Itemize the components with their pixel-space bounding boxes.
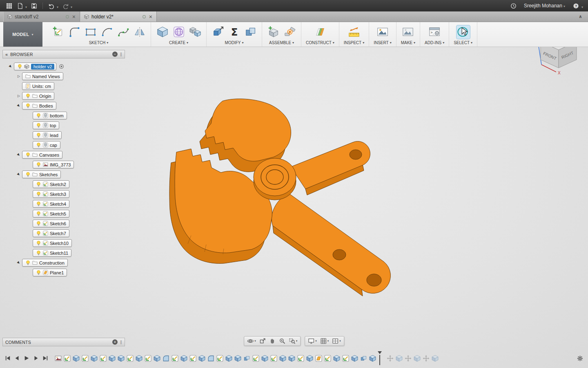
ribbon-dropdown-make[interactable]: MAKE▾ [401,40,415,45]
tree-node[interactable]: Sketch10 [33,239,72,247]
measure-tool-button[interactable] [347,25,361,39]
tree-node[interactable]: cap [33,141,60,149]
timeline-feature-22-combine[interactable] [243,355,250,362]
browser-row-sketch2[interactable]: Sketch2 [2,180,125,189]
timeline-suppressed-5-move[interactable] [423,355,430,362]
timeline-feature-36-extrude[interactable] [369,355,376,362]
tree-node[interactable]: top [33,121,59,129]
sketch-fillet-tool-button[interactable] [67,25,81,39]
browser-header[interactable]: « BROWSER − ∥ [2,50,125,58]
browser-row-lead[interactable]: lead [2,130,125,140]
timeline-feature-13-fillet[interactable] [163,355,169,362]
tree-node[interactable]: Sketch6 [33,220,69,227]
ribbon-dropdown-addins[interactable]: ADD-INS▾ [425,40,444,45]
go-to-start-button[interactable] [5,355,11,361]
browser-row-canvases[interactable]: ▶Canvases [2,150,125,159]
document-tab-1[interactable]: standoff v2× [3,11,80,22]
collapse-toolbar-icon[interactable]: ∧ [579,14,582,19]
lower-arm-hole-1[interactable] [333,249,346,260]
timeline-feature-30-plane[interactable] [315,355,322,362]
grid-settings-tool[interactable]: ▾ [319,337,330,345]
tree-node[interactable]: bottom [33,112,67,119]
timeline-feature-2-sketch[interactable] [64,355,71,362]
go-to-end-button[interactable] [42,355,48,361]
timeline-feature-19-sketch[interactable] [216,355,223,362]
browser-row-sketch6[interactable]: Sketch6 [2,219,125,228]
timeline-feature-10-extrude[interactable] [136,355,143,362]
tree-node[interactable]: Named Views [22,72,63,80]
timeline-suppressed-2-extrude[interactable] [396,355,403,362]
timeline-feature-24-extrude[interactable] [261,355,268,362]
press-pull-tool-button[interactable] [211,25,225,39]
undo-icon[interactable] [47,1,56,10]
timeline-feature-18-fillet[interactable] [207,355,214,362]
ribbon-dropdown-select[interactable]: SELECT▾ [454,40,472,45]
tab-close-icon[interactable]: × [71,14,76,20]
select-cursor-tool-button[interactable] [457,25,470,39]
tree-collapsed-expander-icon[interactable]: ▷ [16,74,22,78]
viewports-caret-icon[interactable]: ▾ [339,339,341,343]
tree-node[interactable]: Construction [22,259,68,267]
ribbon-dropdown-inspect[interactable]: INSPECT▾ [344,40,364,45]
tree-node[interactable]: holder v2 [14,63,56,70]
parameters-tool-button[interactable]: Σ [227,25,241,39]
tree-node[interactable]: Sketch11 [33,249,71,257]
file-menu-icon[interactable] [15,1,25,10]
tree-expanded-expander-icon[interactable]: ▶ [15,102,22,110]
display-settings-caret-icon[interactable]: ▾ [315,339,317,343]
browser-row-plane1[interactable]: Plane1 [2,268,125,277]
tree-node[interactable]: Plane1 [33,269,67,276]
timeline-feature-33-sketch[interactable] [342,355,349,362]
play-button[interactable] [24,355,29,361]
viewports-tool[interactable]: ▾ [331,337,342,345]
browser-collapse-icon[interactable]: « [5,52,8,57]
tree-node[interactable]: lead [33,131,62,139]
timeline-feature-8-extrude[interactable] [118,355,125,362]
create-pattern-tool-button[interactable] [188,25,202,39]
timeline-feature-11-sketch[interactable] [145,355,151,362]
timeline-feature-3-extrude[interactable] [73,355,80,362]
sketch-rectangle-tool-button[interactable] [84,25,97,39]
create-form-tool-button[interactable] [172,25,185,39]
browser-row-top[interactable]: top [2,121,125,130]
browser-row-sketch4[interactable]: Sketch4 [2,199,125,209]
browser-row-sketch3[interactable]: Sketch3 [2,189,125,199]
apps-grid-icon[interactable] [4,1,14,10]
tree-node[interactable]: Canvases [22,151,62,159]
browser-row-sketches[interactable]: ▶Sketches [2,170,125,179]
timeline-feature-29-extrude[interactable] [306,355,313,362]
orbit-tool[interactable]: ▾ [246,337,257,345]
timeline-suppressed-3-move[interactable] [405,355,412,362]
timeline-feature-7-extrude[interactable] [109,355,116,362]
file-menu-caret-icon[interactable]: ▾ [25,5,27,9]
timeline-feature-28-sketch[interactable] [297,355,304,362]
browser-row-bodies[interactable]: ▶Bodies [2,101,125,110]
tree-expanded-expander-icon[interactable]: ▶ [15,259,22,267]
document-tab-2[interactable]: holder v2*× [80,11,157,22]
sketch-mirror-tool-button[interactable] [133,25,146,39]
joint-tool-button[interactable] [283,25,296,39]
ribbon-dropdown-construct[interactable]: CONSTRUCT▾ [306,40,334,45]
browser-row-sketch5[interactable]: Sketch5 [2,209,125,218]
tree-node[interactable]: Sketches [22,171,61,178]
orbit-caret-icon[interactable]: ▾ [254,339,256,343]
timeline-feature-32-extrude[interactable] [333,355,340,362]
job-status-clock-icon[interactable] [509,1,519,10]
timeline-feature-25-sketch[interactable] [270,355,277,362]
browser-row-bottom[interactable]: bottom [2,111,125,120]
browser-row-origin[interactable]: ▷Origin [2,91,125,101]
scripts-addins-tool-button[interactable]: >_ [428,25,441,39]
timeline-feature-1-canvas-image[interactable] [55,355,62,362]
timeline-feature-15-extrude[interactable] [180,355,187,362]
timeline-feature-20-extrude[interactable] [225,355,232,362]
pan-tool[interactable] [268,337,277,345]
timeline-feature-27-extrude[interactable] [288,355,295,362]
tree-expanded-expander-icon[interactable]: ▶ [7,63,14,70]
timeline-feature-6-sketch[interactable] [100,355,107,362]
timeline-feature-16-sketch[interactable] [189,355,196,362]
browser-resize-grip[interactable]: ∥ [120,52,122,56]
tree-node[interactable]: Bodies [22,102,56,110]
undo-caret-icon[interactable]: ▾ [57,5,58,9]
browser-row-img-3773[interactable]: IMG_3773 [2,160,125,169]
comments-header[interactable]: COMMENTS + ∥ [2,338,125,346]
